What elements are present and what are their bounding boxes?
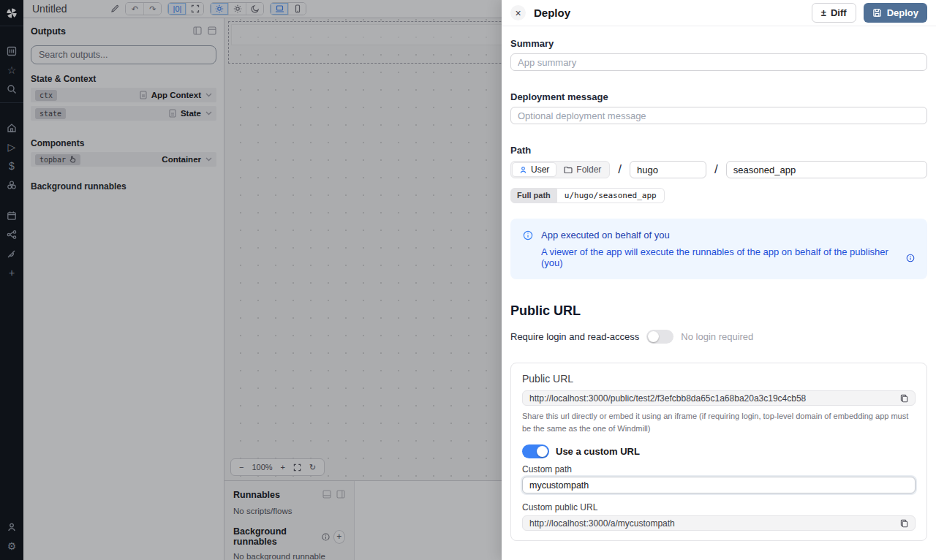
- info-circle-icon: [906, 254, 915, 262]
- full-path-badge: Full path u/hugo/seasoned_app: [510, 188, 665, 203]
- public-url-box-title: Public URL: [522, 373, 916, 385]
- custom-url-toggle-label: Use a custom URL: [556, 446, 640, 457]
- require-login-state: No login required: [681, 331, 753, 342]
- public-url-field: http://localhost:3000/public/test2/f3efc…: [522, 390, 916, 406]
- deploy-body: Summary Deployment message Path User: [502, 26, 936, 560]
- path-name-input[interactable]: [726, 161, 927, 178]
- copy-icon[interactable]: [900, 519, 908, 528]
- path-separator: /: [618, 162, 622, 177]
- on-behalf-title: App executed on behalf of you: [541, 230, 915, 241]
- owner-kind-user[interactable]: User: [513, 163, 556, 176]
- custom-public-url-label: Custom public URL: [522, 502, 916, 512]
- modal-dim-overlay[interactable]: [0, 0, 502, 560]
- full-path-label: Full path: [510, 188, 557, 203]
- on-behalf-infobox: App executed on behalf of you A viewer o…: [510, 219, 927, 279]
- deployment-message-label: Deployment message: [510, 91, 927, 102]
- require-login-toggle[interactable]: [646, 330, 673, 344]
- owner-kind-folder[interactable]: Folder: [557, 163, 608, 176]
- deployment-message-input[interactable]: [510, 107, 927, 124]
- path-owner-input[interactable]: [630, 161, 706, 178]
- save-icon: [872, 8, 882, 18]
- close-icon[interactable]: ×: [510, 5, 526, 20]
- deploy-drawer: × Deploy ± Diff Deploy Summary Deploymen…: [502, 0, 936, 560]
- user-icon: [519, 166, 527, 174]
- path-separator: /: [714, 162, 718, 177]
- info-circle-icon: [523, 230, 533, 268]
- share-note: Share this url directly or embed it usin…: [522, 410, 916, 434]
- custom-url-row: Use a custom URL: [522, 444, 916, 458]
- on-behalf-body: A viewer of the app will execute the run…: [541, 246, 901, 268]
- summary-label: Summary: [510, 38, 927, 49]
- copy-icon[interactable]: [900, 394, 908, 403]
- custom-public-url-field: http://localhost:3000/a/mycustompath: [522, 515, 916, 531]
- summary-input[interactable]: [510, 53, 927, 71]
- require-login-row: Require login and read-access No login r…: [510, 330, 927, 344]
- deploy-button[interactable]: Deploy: [864, 3, 927, 23]
- public-url-box: Public URL http://localhost:3000/public/…: [510, 363, 927, 541]
- custom-path-input[interactable]: [522, 477, 916, 493]
- custom-url-toggle[interactable]: [522, 444, 549, 458]
- path-row: User Folder / /: [510, 161, 927, 178]
- plus-minus-icon: ±: [821, 7, 826, 18]
- diff-button[interactable]: ± Diff: [812, 3, 856, 23]
- custom-public-url-value: http://localhost:3000/a/mycustompath: [529, 518, 894, 529]
- deploy-header: × Deploy ± Diff Deploy: [502, 0, 936, 26]
- full-path-value: u/hugo/seasoned_app: [557, 188, 665, 203]
- require-login-label: Require login and read-access: [510, 331, 639, 342]
- public-url-heading: Public URL: [510, 303, 927, 319]
- folder-icon: [564, 166, 573, 174]
- path-label: Path: [510, 145, 927, 156]
- public-url-value: http://localhost:3000/public/test2/f3efc…: [529, 393, 894, 404]
- app-root: ☆ ▷ $ + ⚙ Untitled: [0, 0, 936, 560]
- owner-kind-toggle: User Folder: [510, 161, 610, 178]
- custom-path-label: Custom path: [522, 464, 916, 474]
- deploy-title: Deploy: [534, 7, 570, 19]
